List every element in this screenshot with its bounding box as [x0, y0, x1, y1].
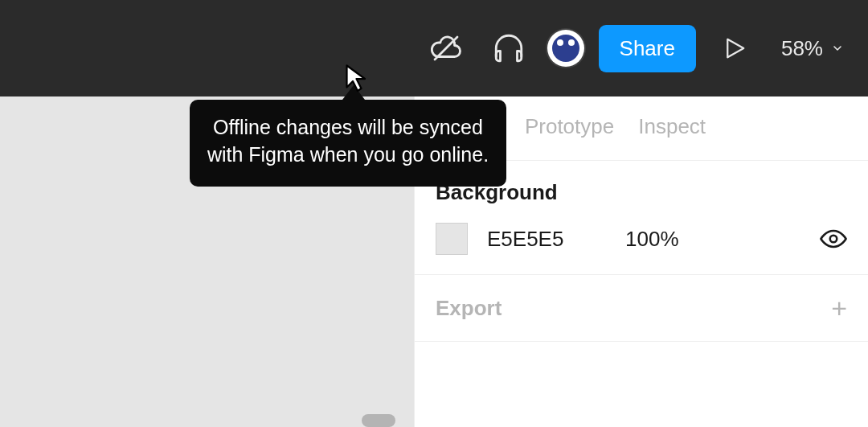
export-section: Export + [415, 275, 868, 342]
background-hex-value[interactable]: E5E5E5 [487, 227, 592, 252]
background-opacity-value[interactable]: 100% [625, 227, 679, 252]
svg-marker-1 [727, 39, 743, 58]
tab-prototype[interactable]: Prototype [525, 114, 614, 139]
offline-tooltip: Offline changes will be synced with Figm… [190, 100, 506, 187]
offline-tooltip-text: Offline changes will be synced with Figm… [207, 116, 489, 166]
horizontal-scrollbar-thumb[interactable] [362, 414, 395, 427]
export-title: Export [436, 296, 502, 321]
background-color-swatch[interactable] [436, 223, 468, 255]
offline-cloud-icon[interactable] [422, 24, 470, 72]
share-button[interactable]: Share [599, 24, 696, 72]
zoom-dropdown[interactable]: 58% [773, 24, 852, 72]
zoom-value: 58% [781, 36, 823, 61]
share-button-inner[interactable]: Share [599, 25, 696, 72]
avatar[interactable] [547, 24, 584, 72]
chevron-down-icon [831, 42, 844, 55]
svg-point-2 [830, 236, 837, 243]
tab-inspect[interactable]: Inspect [638, 114, 706, 139]
top-toolbar: Share 58% [0, 0, 868, 96]
add-export-icon[interactable]: + [831, 294, 847, 322]
visibility-toggle-icon[interactable] [820, 225, 847, 253]
present-play-icon[interactable] [710, 24, 759, 72]
headphones-icon[interactable] [485, 24, 533, 72]
